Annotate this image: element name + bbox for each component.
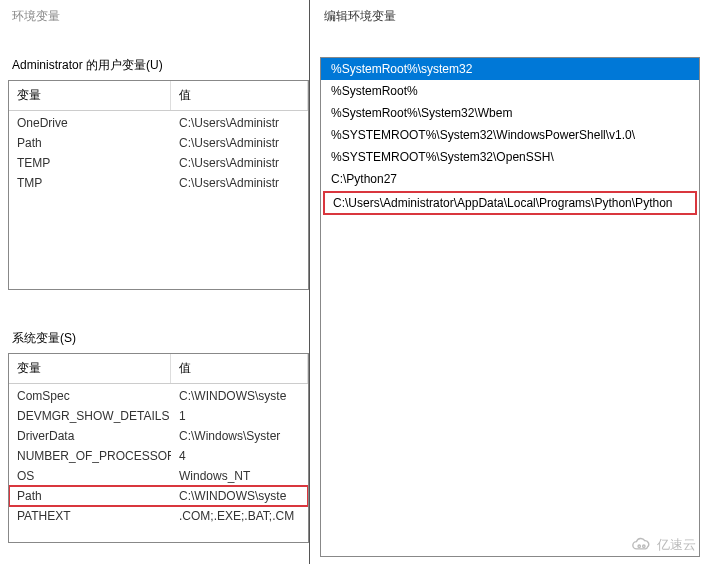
var-value: C:\WINDOWS\syste <box>171 489 308 503</box>
var-name: DriverData <box>9 429 171 443</box>
col-name-header: 变量 <box>9 354 171 383</box>
sys-vars-body: ComSpecC:\WINDOWS\systeDEVMGR_SHOW_DETAI… <box>9 384 308 528</box>
col-value-header: 值 <box>171 354 308 383</box>
var-value: C:\Users\Administr <box>171 136 308 150</box>
table-row[interactable]: TMPC:\Users\Administr <box>9 173 308 193</box>
table-row[interactable]: PATHEXT.COM;.EXE;.BAT;.CM <box>9 506 308 526</box>
table-row[interactable]: TEMPC:\Users\Administr <box>9 153 308 173</box>
table-row[interactable]: PathC:\Users\Administr <box>9 133 308 153</box>
svg-point-0 <box>638 545 640 547</box>
col-value-header: 值 <box>171 81 308 110</box>
path-entry[interactable]: %SystemRoot%\system32 <box>321 58 699 80</box>
path-entry[interactable]: %SYSTEMROOT%\System32\OpenSSH\ <box>321 146 699 168</box>
dialog-title-left: 环境变量 <box>8 8 309 25</box>
var-value: C:\Users\Administr <box>171 156 308 170</box>
sys-vars-table[interactable]: 变量 值 ComSpecC:\WINDOWS\systeDEVMGR_SHOW_… <box>8 353 309 543</box>
dialog-title-right: 编辑环境变量 <box>320 8 700 25</box>
user-vars-body: OneDriveC:\Users\AdministrPathC:\Users\A… <box>9 111 308 195</box>
edit-environment-variable-dialog: 编辑环境变量 %SystemRoot%\system32%SystemRoot%… <box>310 0 706 564</box>
table-row[interactable]: PathC:\WINDOWS\syste <box>9 486 308 506</box>
var-value: 1 <box>171 409 308 423</box>
col-name-header: 变量 <box>9 81 171 110</box>
table-header: 变量 值 <box>9 354 308 384</box>
user-vars-table[interactable]: 变量 值 OneDriveC:\Users\AdministrPathC:\Us… <box>8 80 309 290</box>
var-name: TMP <box>9 176 171 190</box>
path-entry[interactable]: %SystemRoot%\System32\Wbem <box>321 102 699 124</box>
var-value: 4 <box>171 449 308 463</box>
watermark-text: 亿速云 <box>657 536 696 554</box>
var-name: ComSpec <box>9 389 171 403</box>
var-name: NUMBER_OF_PROCESSORS <box>9 449 171 463</box>
var-value: Windows_NT <box>171 469 308 483</box>
table-row[interactable]: OneDriveC:\Users\Administr <box>9 113 308 133</box>
path-entry[interactable]: %SYSTEMROOT%\System32\WindowsPowerShell\… <box>321 124 699 146</box>
path-entry[interactable]: C:\Users\Administrator\AppData\Local\Pro… <box>325 193 695 213</box>
var-name: Path <box>9 136 171 150</box>
svg-point-1 <box>643 545 645 547</box>
table-row[interactable]: NUMBER_OF_PROCESSORS4 <box>9 446 308 466</box>
cloud-icon <box>631 537 653 553</box>
path-entries-list[interactable]: %SystemRoot%\system32%SystemRoot%%System… <box>320 57 700 557</box>
var-value: C:\Users\Administr <box>171 116 308 130</box>
var-name: OneDrive <box>9 116 171 130</box>
var-value: .COM;.EXE;.BAT;.CM <box>171 509 308 523</box>
var-name: PATHEXT <box>9 509 171 523</box>
var-value: C:\Windows\Syster <box>171 429 308 443</box>
path-entry[interactable]: C:\Python27 <box>321 168 699 190</box>
user-vars-label: Administrator 的用户变量(U) <box>8 57 309 74</box>
var-name: DEVMGR_SHOW_DETAILS <box>9 409 171 423</box>
path-entry[interactable]: %SystemRoot% <box>321 80 699 102</box>
var-value: C:\Users\Administr <box>171 176 308 190</box>
var-name: Path <box>9 489 171 503</box>
watermark: 亿速云 <box>631 536 696 554</box>
var-name: OS <box>9 469 171 483</box>
table-header: 变量 值 <box>9 81 308 111</box>
table-row[interactable]: ComSpecC:\WINDOWS\syste <box>9 386 308 406</box>
table-row[interactable]: DriverDataC:\Windows\Syster <box>9 426 308 446</box>
var-value: C:\WINDOWS\syste <box>171 389 308 403</box>
environment-variables-dialog: 环境变量 Administrator 的用户变量(U) 变量 值 OneDriv… <box>0 0 310 564</box>
sys-vars-label: 系统变量(S) <box>8 330 309 347</box>
table-row[interactable]: OSWindows_NT <box>9 466 308 486</box>
table-row[interactable]: DEVMGR_SHOW_DETAILS1 <box>9 406 308 426</box>
var-name: TEMP <box>9 156 171 170</box>
highlighted-path-box: C:\Users\Administrator\AppData\Local\Pro… <box>323 191 697 215</box>
